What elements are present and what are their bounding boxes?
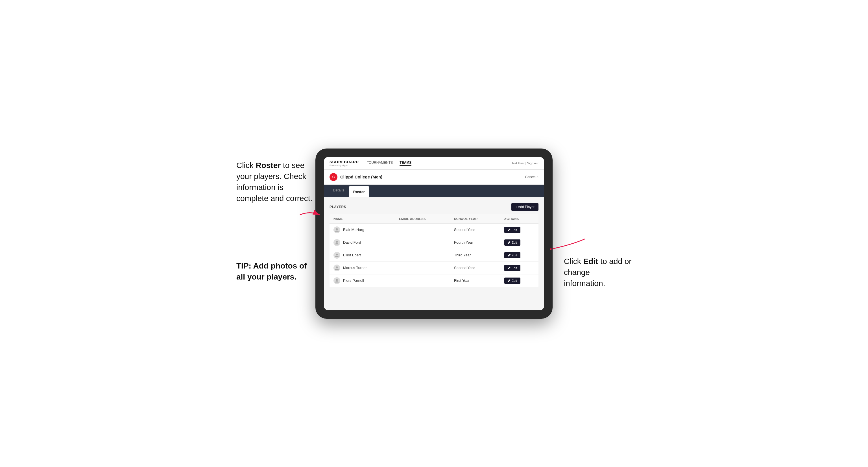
tab-roster[interactable]: Roster	[349, 186, 369, 197]
col-name: NAME	[330, 214, 395, 224]
tabs-bar: Details Roster	[324, 185, 544, 197]
pencil-icon	[508, 228, 510, 231]
avatar-icon	[335, 227, 339, 232]
nav-links: TOURNAMENTS TEAMS	[367, 161, 411, 166]
svg-point-3	[336, 241, 338, 243]
player-school-year: Second Year	[450, 223, 500, 236]
table-row: Blair McHarg Second Year Edit	[330, 223, 538, 236]
player-name-cell: Marcus Turner	[330, 261, 395, 274]
players-label: PLAYERS	[330, 205, 346, 209]
tablet-frame: SCOREBOARD Powered by clippd TOURNAMENTS…	[315, 149, 553, 319]
svg-point-6	[336, 279, 338, 281]
player-name-cell: Piers Parnell	[330, 274, 395, 287]
player-name: Elliot Ebert	[343, 253, 361, 257]
player-name-cell: Elliot Ebert	[330, 249, 395, 261]
add-player-button[interactable]: + Add Player	[512, 203, 538, 211]
svg-point-4	[336, 253, 338, 255]
annotation-text-tip: TIP: Add photos of all your players.	[236, 261, 307, 281]
svg-point-5	[336, 266, 338, 268]
nav-link-tournaments[interactable]: TOURNAMENTS	[367, 161, 393, 166]
nav-user: Test User | Sign out	[512, 161, 538, 165]
player-name: Marcus Turner	[343, 266, 367, 270]
tab-details[interactable]: Details	[329, 185, 349, 197]
team-logo: C	[330, 173, 337, 181]
app-navbar: SCOREBOARD Powered by clippd TOURNAMENTS…	[324, 157, 544, 170]
edit-button[interactable]: Edit	[504, 240, 520, 246]
pencil-icon	[508, 254, 510, 257]
player-name: Blair McHarg	[343, 227, 364, 232]
edit-button[interactable]: Edit	[504, 227, 520, 233]
pencil-icon	[508, 267, 510, 269]
pencil-icon	[508, 241, 510, 244]
arrow-left	[299, 209, 321, 220]
player-email	[395, 223, 450, 236]
player-email	[395, 274, 450, 287]
players-table: NAME EMAIL ADDRESS SCHOOL YEAR ACTIONS	[330, 214, 538, 287]
player-name: Piers Parnell	[343, 278, 364, 283]
avatar-icon	[335, 278, 339, 283]
table-header: NAME EMAIL ADDRESS SCHOOL YEAR ACTIONS	[330, 214, 538, 224]
player-actions: Edit	[500, 249, 538, 261]
player-actions: Edit	[500, 261, 538, 274]
logo-subtitle: Powered by clippd	[330, 164, 359, 166]
players-tbody: Blair McHarg Second Year Edit	[330, 223, 538, 287]
player-email	[395, 261, 450, 274]
player-actions: Edit	[500, 223, 538, 236]
avatar-icon	[335, 253, 339, 257]
player-school-year: Fourth Year	[450, 236, 500, 249]
player-actions: Edit	[500, 236, 538, 249]
player-name-cell: Blair McHarg	[330, 223, 395, 236]
edit-button[interactable]: Edit	[504, 265, 520, 271]
logo-title: SCOREBOARD	[330, 160, 359, 164]
player-email	[395, 236, 450, 249]
player-avatar	[334, 277, 340, 284]
player-name: David Ford	[343, 240, 361, 245]
team-name: Clippd College (Men)	[340, 175, 382, 179]
player-actions: Edit	[500, 274, 538, 287]
nav-link-teams[interactable]: TEAMS	[400, 161, 411, 166]
player-school-year: Third Year	[450, 249, 500, 261]
avatar-icon	[335, 266, 339, 270]
col-school-year: SCHOOL YEAR	[450, 214, 500, 224]
annotation-text-right: Click Edit to add or change information.	[564, 257, 632, 288]
edit-button[interactable]: Edit	[504, 252, 520, 258]
player-avatar	[334, 239, 340, 246]
tablet-container: SCOREBOARD Powered by clippd TOURNAMENTS…	[315, 149, 553, 319]
nav-logo: SCOREBOARD Powered by clippd	[330, 160, 359, 166]
right-annotation: Click Edit to add or change information.	[553, 149, 632, 289]
table-row: Piers Parnell First Year Edit	[330, 274, 538, 287]
player-avatar	[334, 226, 340, 233]
edit-button[interactable]: Edit	[504, 278, 520, 284]
tablet-screen: SCOREBOARD Powered by clippd TOURNAMENTS…	[324, 157, 544, 310]
player-school-year: First Year	[450, 274, 500, 287]
table-row: Elliot Ebert Third Year Edit	[330, 249, 538, 261]
player-name-cell: David Ford	[330, 236, 395, 249]
players-header: PLAYERS + Add Player	[330, 203, 538, 211]
table-row: David Ford Fourth Year Edit	[330, 236, 538, 249]
arrow-right	[550, 236, 587, 253]
nav-left: SCOREBOARD Powered by clippd TOURNAMENTS…	[330, 160, 411, 166]
nav-user-text: Test User | Sign out	[512, 161, 538, 165]
main-content: PLAYERS + Add Player NAME EMAIL ADDRESS …	[324, 197, 544, 310]
player-email	[395, 249, 450, 261]
team-header-left: C Clippd College (Men)	[330, 173, 382, 181]
player-avatar	[334, 264, 340, 271]
team-header: C Clippd College (Men) Cancel ×	[324, 170, 544, 185]
player-avatar	[334, 252, 340, 259]
col-actions: ACTIONS	[500, 214, 538, 224]
avatar-icon	[335, 240, 339, 245]
annotation-text-main: Click Roster to see your players. Check …	[236, 161, 312, 203]
table-row: Marcus Turner Second Year Edit	[330, 261, 538, 274]
col-email: EMAIL ADDRESS	[395, 214, 450, 224]
pencil-icon	[508, 279, 510, 282]
cancel-button[interactable]: Cancel ×	[525, 175, 538, 179]
svg-point-2	[336, 228, 338, 230]
player-school-year: Second Year	[450, 261, 500, 274]
